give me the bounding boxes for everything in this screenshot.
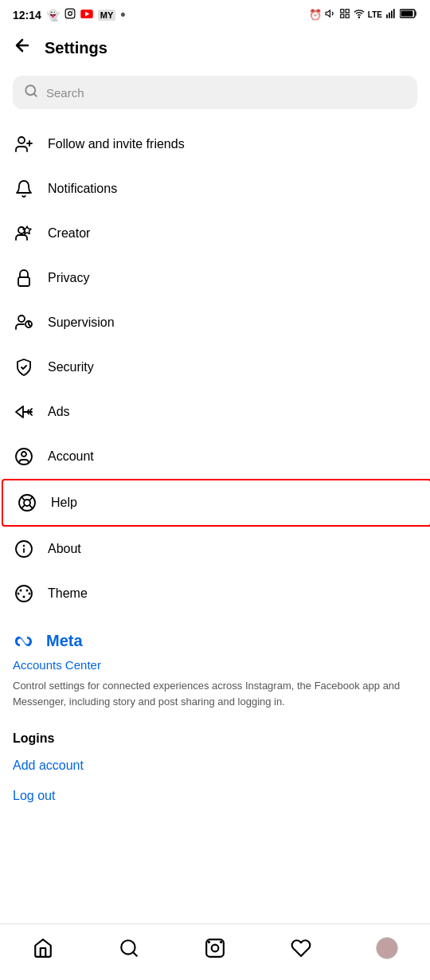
status-time: 12:14	[13, 9, 41, 22]
meta-description: Control settings for connected experienc…	[13, 678, 417, 709]
menu-item-supervision[interactable]: Supervision	[0, 300, 430, 345]
svg-rect-23	[18, 277, 29, 286]
menu-item-theme[interactable]: Theme	[0, 571, 430, 616]
nav-home[interactable]	[23, 932, 63, 964]
svg-line-32	[22, 497, 25, 500]
menu-item-security[interactable]: Security	[0, 345, 430, 390]
svg-point-43	[18, 593, 20, 595]
account-label: Account	[48, 449, 94, 464]
menu-item-privacy[interactable]: Privacy	[0, 256, 430, 300]
theme-icon	[13, 582, 35, 605]
security-label: Security	[48, 360, 94, 374]
reels-icon	[205, 938, 225, 958]
alarm-icon: ⏰	[309, 9, 322, 21]
app-icon: MY	[98, 10, 116, 21]
signal-icon	[385, 8, 397, 22]
youtube-status-icon	[80, 9, 93, 21]
account-icon	[13, 445, 35, 468]
svg-rect-8	[341, 14, 344, 18]
bell-icon	[13, 178, 35, 200]
svg-marker-26	[16, 406, 23, 417]
menu-item-help[interactable]: Help	[2, 479, 430, 527]
svg-rect-12	[389, 13, 390, 18]
menu-item-account[interactable]: Account	[0, 434, 430, 479]
grid-icon	[339, 8, 350, 22]
accounts-center-link[interactable]: Accounts Center	[13, 658, 417, 672]
follow-icon	[13, 133, 35, 155]
battery-icon	[400, 9, 417, 21]
nav-profile[interactable]	[367, 932, 407, 964]
meta-section: Meta Accounts Center Control settings fo…	[0, 616, 430, 715]
profile-avatar	[376, 937, 398, 959]
svg-point-44	[29, 593, 31, 595]
svg-rect-13	[391, 11, 393, 18]
creator-icon	[13, 222, 35, 245]
log-out-link[interactable]: Log out	[13, 789, 417, 803]
svg-point-42	[23, 596, 25, 598]
instagram-status-icon	[64, 8, 76, 22]
follow-label: Follow and invite friends	[48, 137, 185, 151]
heart-icon	[291, 938, 311, 958]
svg-point-47	[212, 945, 219, 952]
supervision-icon	[13, 312, 35, 334]
menu-item-notifications[interactable]: Notifications	[0, 167, 430, 211]
svg-marker-22	[23, 226, 31, 234]
logins-section: Logins Add account Log out	[0, 715, 430, 822]
svg-rect-14	[393, 9, 395, 18]
meta-logo-icon	[13, 633, 41, 649]
svg-point-41	[26, 590, 29, 592]
supervision-label: Supervision	[48, 316, 115, 330]
wifi-status-icon	[354, 8, 365, 22]
ghost-icon: 👻	[46, 9, 60, 22]
back-button[interactable]	[13, 36, 32, 60]
svg-marker-5	[326, 10, 330, 17]
svg-rect-16	[401, 11, 413, 17]
svg-point-48	[208, 941, 210, 943]
nav-heart[interactable]	[281, 932, 321, 964]
nav-reels[interactable]	[195, 932, 235, 964]
search-icon	[24, 84, 38, 101]
nav-search[interactable]	[109, 932, 149, 964]
logins-title: Logins	[13, 731, 417, 746]
home-icon	[33, 938, 53, 958]
add-account-link[interactable]: Add account	[13, 759, 417, 773]
lte-icon: LTE	[368, 10, 382, 19]
svg-rect-11	[386, 14, 388, 18]
settings-menu: Follow and invite friends Notifications	[0, 122, 430, 616]
svg-point-49	[220, 941, 222, 943]
ads-label: Ads	[48, 405, 70, 419]
menu-item-creator[interactable]: Creator	[0, 211, 430, 256]
svg-rect-6	[341, 10, 344, 13]
search-nav-icon	[119, 938, 139, 958]
svg-line-34	[29, 497, 33, 500]
svg-rect-9	[346, 14, 349, 18]
svg-rect-0	[65, 9, 75, 18]
meta-text: Meta	[46, 632, 83, 650]
menu-item-ads[interactable]: Ads	[0, 390, 430, 434]
ads-icon	[13, 401, 35, 423]
search-bar[interactable]: Search	[13, 76, 417, 109]
status-left: 12:14 👻 MY •	[13, 6, 126, 23]
menu-item-about[interactable]: About	[0, 527, 430, 571]
header: Settings	[0, 26, 430, 69]
volume-icon	[325, 8, 336, 22]
svg-point-24	[18, 316, 25, 322]
info-icon	[13, 538, 35, 560]
help-icon	[16, 492, 38, 514]
svg-line-33	[29, 505, 33, 508]
privacy-label: Privacy	[48, 271, 89, 285]
svg-point-10	[358, 17, 359, 18]
help-label: Help	[51, 496, 77, 510]
svg-point-1	[68, 12, 72, 16]
status-right: ⏰ LTE	[309, 8, 417, 22]
page-title: Settings	[45, 39, 108, 57]
menu-item-follow[interactable]: Follow and invite friends	[0, 122, 430, 167]
shield-icon	[13, 356, 35, 378]
status-bar: 12:14 👻 MY • ⏰ LTE	[0, 0, 430, 26]
search-container: Search	[0, 69, 430, 122]
dot-icon: •	[120, 6, 125, 23]
search-input[interactable]: Search	[46, 86, 84, 100]
notifications-label: Notifications	[48, 182, 117, 196]
svg-point-40	[20, 590, 22, 592]
svg-line-35	[22, 505, 25, 508]
